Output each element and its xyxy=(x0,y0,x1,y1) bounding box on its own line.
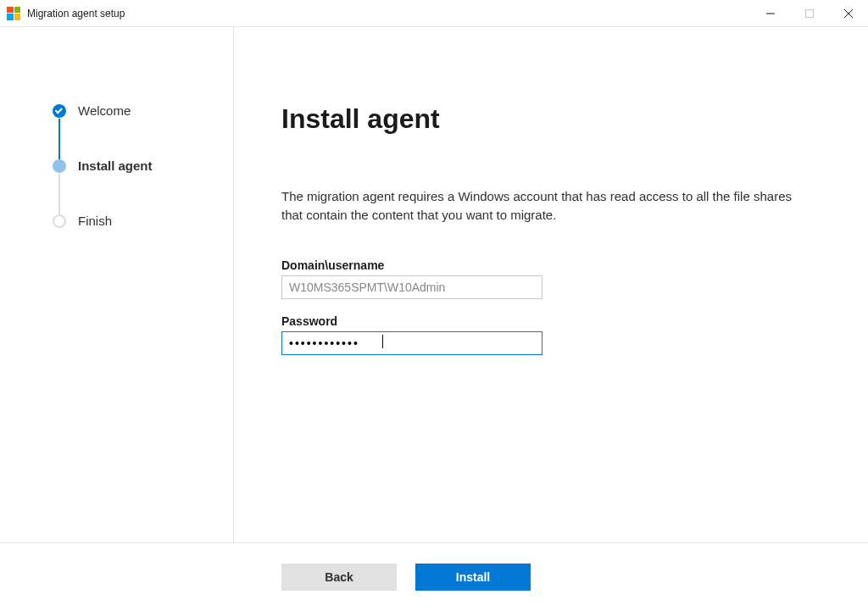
step-label: Install agent xyxy=(78,158,153,173)
microsoft-logo-icon xyxy=(7,7,20,20)
wizard-sidebar: Welcome Install agent Finish xyxy=(0,27,234,542)
maximize-button[interactable] xyxy=(790,0,829,26)
window-controls xyxy=(751,0,868,26)
step-connector xyxy=(58,119,60,159)
field-password: Password xyxy=(281,314,817,355)
dot-icon xyxy=(53,159,66,173)
minimize-button[interactable] xyxy=(751,0,790,26)
step-finish[interactable]: Finish xyxy=(53,214,233,228)
close-button[interactable] xyxy=(829,0,868,26)
wizard-steps: Welcome Install agent Finish xyxy=(53,103,233,228)
username-input[interactable] xyxy=(281,275,542,299)
main-area: Welcome Install agent Finish Install age… xyxy=(0,27,868,542)
titlebar: Migration agent setup xyxy=(0,0,868,27)
step-label: Welcome xyxy=(78,103,131,118)
page-description: The migration agent requires a Windows a… xyxy=(281,187,807,225)
svg-rect-1 xyxy=(806,9,814,17)
password-label: Password xyxy=(281,314,817,328)
password-input[interactable] xyxy=(281,331,542,355)
check-icon xyxy=(53,104,66,118)
circle-icon xyxy=(53,214,66,228)
close-icon xyxy=(843,8,854,19)
maximize-icon xyxy=(805,9,814,18)
step-welcome[interactable]: Welcome xyxy=(53,103,233,118)
window-title: Migration agent setup xyxy=(27,8,751,19)
content-area: Install agent The migration agent requir… xyxy=(234,27,868,542)
footer: Back Install xyxy=(0,542,868,610)
field-username: Domain\username xyxy=(281,258,817,299)
step-connector xyxy=(58,174,60,214)
step-label: Finish xyxy=(78,214,112,228)
text-caret xyxy=(382,335,383,348)
minimize-icon xyxy=(766,9,775,18)
install-button[interactable]: Install xyxy=(415,564,531,591)
step-install-agent[interactable]: Install agent xyxy=(53,158,233,173)
username-label: Domain\username xyxy=(281,258,817,272)
back-button[interactable]: Back xyxy=(281,564,397,591)
page-heading: Install agent xyxy=(281,103,817,135)
